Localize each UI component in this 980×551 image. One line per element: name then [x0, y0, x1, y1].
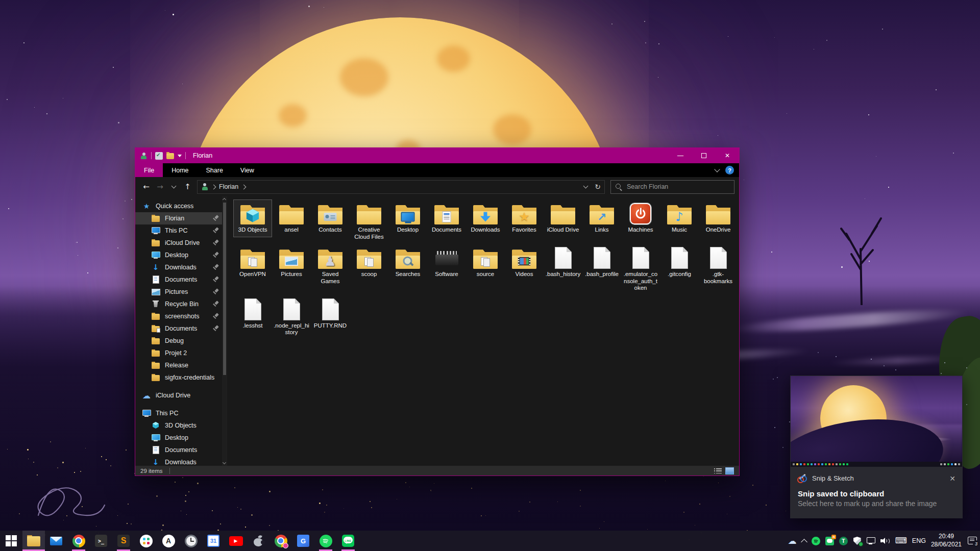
menu-tab-view[interactable]: View — [232, 163, 263, 177]
sidebar-item-projet-2[interactable]: Projet 2 — [135, 347, 227, 359]
menu-tab-home[interactable]: Home — [163, 163, 197, 177]
line-tray-icon[interactable]: N — [825, 537, 834, 545]
file-bash-history[interactable]: .bash_history — [544, 244, 582, 282]
show-hidden-icons-chevron-icon[interactable] — [802, 538, 806, 544]
sidebar-item-desktop[interactable]: Desktop — [135, 432, 227, 444]
snip-sketch-notification[interactable]: Snip & Sketch ✕ Snip saved to clipboard … — [790, 375, 963, 518]
search-box[interactable] — [610, 180, 734, 194]
sidebar-item-quick-access[interactable]: Quick access — [135, 200, 227, 212]
back-button[interactable]: ← — [140, 180, 153, 193]
customize-toolbar-chevron-icon[interactable] — [178, 155, 182, 157]
file-scoop[interactable]: scoop — [350, 244, 388, 282]
taskbar-youtube-button[interactable] — [225, 531, 247, 551]
sidebar-item-downloads[interactable]: Downloads — [135, 261, 227, 273]
address-dropdown-chevron-icon[interactable] — [583, 184, 589, 189]
file-videos[interactable]: Videos — [505, 244, 544, 282]
teamviewer-tray-icon[interactable] — [839, 537, 848, 545]
large-icons-view-icon[interactable] — [725, 467, 734, 474]
file-gtk-bookmarks[interactable]: .gtk-bookmarks — [699, 244, 738, 288]
file-links[interactable]: Links — [582, 199, 621, 237]
sidebar-item-documents[interactable]: Documents — [135, 322, 227, 335]
breadcrumb[interactable]: Florian — [219, 183, 238, 190]
taskbar-slack-button[interactable] — [135, 531, 157, 551]
sidebar-item-sigfox-credentials[interactable]: sigfox-credentials — [135, 371, 227, 384]
menu-tab-file[interactable]: File — [135, 163, 163, 177]
help-button[interactable]: ? — [725, 166, 734, 174]
file-machines[interactable]: Machines — [621, 199, 660, 237]
file-downloads[interactable]: Downloads — [466, 199, 505, 237]
file-onedrive[interactable]: OneDrive — [699, 199, 738, 237]
file-3d-objects[interactable]: 3D Objects — [233, 199, 272, 237]
sidebar-item-3d-objects[interactable]: 3D Objects — [135, 419, 227, 432]
file-node-repl-history[interactable]: .node_repl_history — [272, 295, 311, 340]
titlebar[interactable]: Florian — ✕ — [135, 148, 739, 163]
screenshot-thumbnail[interactable] — [791, 376, 962, 467]
file-bash-profile[interactable]: .bash_profile — [582, 244, 621, 282]
minimize-button[interactable]: — — [669, 148, 692, 163]
file-creative-cloud-files[interactable]: Creative Cloud Files — [350, 199, 388, 244]
taskbar-clock-button[interactable] — [180, 531, 202, 551]
file-lesshst[interactable]: .lesshst — [233, 295, 272, 333]
details-view-icon[interactable] — [714, 467, 722, 474]
file-pictures[interactable]: Pictures — [272, 244, 311, 282]
taskbar-chrome-alt-button[interactable] — [270, 531, 292, 551]
scrollbar-thumb[interactable] — [223, 203, 226, 375]
windows-defender-icon[interactable] — [853, 537, 862, 545]
notification-subtitle[interactable]: Select here to mark up and share the ima… — [790, 498, 963, 508]
sidebar-scrollbar[interactable] — [222, 196, 227, 466]
new-folder-icon[interactable] — [166, 153, 174, 159]
taskbar-translate-button[interactable]: G — [292, 531, 314, 551]
scroll-up-icon[interactable] — [222, 196, 227, 202]
spotify-tray-icon[interactable] — [812, 537, 820, 545]
file-documents[interactable]: Documents — [427, 199, 466, 237]
recent-locations-chevron-icon[interactable] — [167, 180, 180, 193]
forward-button[interactable]: → — [154, 180, 166, 193]
file-desktop[interactable]: Desktop — [388, 199, 427, 237]
address-bar[interactable]: Florian ↻ — [197, 180, 605, 194]
scroll-down-icon[interactable] — [222, 461, 227, 466]
file-favorites[interactable]: Favorites — [505, 199, 544, 237]
close-button[interactable]: ✕ — [716, 148, 739, 163]
file-saved-games[interactable]: Saved Games — [311, 244, 350, 288]
file-source[interactable]: source — [466, 244, 505, 282]
sidebar-item-icloud-drive[interactable]: iCloud Drive — [135, 237, 227, 249]
file-music[interactable]: Music — [660, 199, 699, 237]
file-emulator-console-auth-token[interactable]: .emulator_console_auth_token — [621, 244, 660, 295]
network-icon[interactable] — [867, 537, 875, 544]
file-openvpn[interactable]: OpenVPN — [233, 244, 272, 282]
onedrive-cloud-icon[interactable]: ☁ — [788, 537, 797, 545]
sidebar-item-debug[interactable]: Debug — [135, 335, 227, 347]
sidebar-item-this-pc[interactable]: This PC — [135, 407, 227, 419]
sidebar-item-documents[interactable]: Documents — [135, 273, 227, 286]
search-input[interactable] — [627, 183, 729, 190]
sidebar-item-release[interactable]: Release — [135, 359, 227, 371]
taskbar-appstore-a-button[interactable]: A — [157, 531, 180, 551]
sidebar-item-pictures[interactable]: Pictures — [135, 286, 227, 298]
expand-ribbon-chevron-icon[interactable] — [714, 166, 720, 172]
taskbar-explorer-button[interactable] — [22, 531, 45, 551]
breadcrumb-chevron-icon[interactable] — [211, 184, 216, 189]
file-software[interactable]: Software — [427, 244, 466, 282]
taskbar-calendar-button[interactable]: 31 — [202, 531, 225, 551]
file-ansel[interactable]: ansel — [272, 199, 311, 237]
taskbar-mail-button[interactable] — [45, 531, 67, 551]
refresh-icon[interactable]: ↻ — [595, 183, 601, 191]
file-gitconfig[interactable]: .gitconfig — [660, 244, 699, 282]
sidebar-item-documents[interactable]: Documents — [135, 444, 227, 456]
taskbar-sublime-button[interactable]: S — [112, 531, 135, 551]
sidebar-item-this-pc[interactable]: This PC — [135, 224, 227, 237]
sidebar-item-screenshots[interactable]: screenshots — [135, 310, 227, 322]
menu-tab-share[interactable]: Share — [198, 163, 232, 177]
volume-icon[interactable] — [880, 537, 890, 545]
file-putty-rnd[interactable]: PUTTY.RND — [311, 295, 350, 333]
sidebar-item-florian[interactable]: Florian — [135, 212, 227, 224]
taskbar-line-button[interactable]: LINE — [337, 531, 359, 551]
maximize-button[interactable] — [692, 148, 716, 163]
sidebar-item-downloads[interactable]: Downloads — [135, 456, 227, 466]
properties-icon[interactable] — [155, 152, 163, 160]
notification-title[interactable]: Snip saved to clipboard — [790, 484, 963, 498]
taskbar-chrome-button[interactable] — [67, 531, 90, 551]
breadcrumb-chevron-icon[interactable] — [241, 184, 247, 189]
notification-close-icon[interactable]: ✕ — [949, 474, 955, 483]
touch-keyboard-icon[interactable]: ⌨ — [895, 537, 907, 545]
